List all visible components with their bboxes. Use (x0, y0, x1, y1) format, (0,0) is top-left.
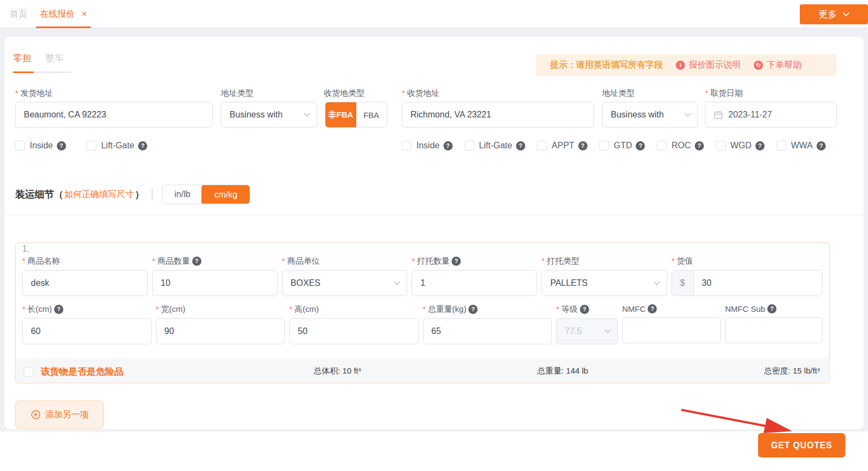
checkbox[interactable] (599, 141, 609, 151)
field-label: 总重量(kg) (423, 304, 467, 315)
help-icon[interactable]: ? (54, 305, 63, 314)
help-icon[interactable]: ? (695, 141, 704, 151)
height-input[interactable] (289, 318, 419, 344)
tab-online-quote[interactable]: 在线报价 × (38, 0, 89, 28)
service-inside[interactable]: Inside ? (15, 141, 66, 151)
service-label: GTD (614, 141, 632, 151)
width-input[interactable] (156, 318, 285, 344)
nmfc-sub-input[interactable] (725, 317, 823, 343)
value-input[interactable] (694, 271, 822, 296)
service-label: WWA (791, 141, 813, 151)
service-gtd[interactable]: GTD ? (599, 141, 645, 151)
service-label: ROC (671, 141, 691, 151)
checkbox[interactable] (402, 141, 412, 151)
calendar-icon (714, 110, 723, 120)
delivery-addr-type-select[interactable]: Business with (602, 102, 698, 128)
mode-tabs-underline (13, 71, 71, 73)
help-icon[interactable]: ? (636, 141, 645, 151)
order-help-icon: ↻ (754, 61, 763, 70)
vertical-divider (152, 188, 153, 200)
pallet-count-input[interactable] (412, 270, 537, 296)
pallet-type-select[interactable]: PALLETS (541, 270, 667, 296)
field-label: 商品单位 (282, 256, 320, 266)
help-icon[interactable]: ? (192, 257, 201, 266)
checkbox[interactable] (776, 141, 786, 151)
pallet-type-value: PALLETS (550, 278, 588, 288)
help-icon[interactable]: ? (468, 305, 478, 314)
checkbox[interactable] (537, 141, 547, 151)
quote-guide-label: 报价图示说明 (689, 60, 741, 71)
help-icon[interactable]: ? (452, 257, 461, 266)
help-icon[interactable]: ? (443, 141, 453, 151)
help-icon[interactable]: ? (138, 141, 147, 151)
checkbox[interactable] (716, 141, 726, 151)
class-select[interactable]: 77.5 (556, 318, 618, 344)
quote-guide-link[interactable]: i 报价图示说明 (676, 60, 741, 71)
pickup-addr-type-select[interactable]: Business with (221, 102, 317, 128)
help-icon[interactable]: ? (755, 141, 765, 151)
field-label: 商品数量 (152, 256, 190, 266)
service-appt[interactable]: APPT ? (537, 141, 588, 151)
checkbox[interactable] (15, 141, 25, 151)
get-quotes-button[interactable]: GET QUOTES (758, 433, 845, 457)
field-pallet-type: 打托类型 PALLETS (541, 256, 667, 296)
field-weight: 总重量(kg)? (423, 304, 552, 344)
pickup-address-input[interactable] (15, 102, 213, 128)
help-icon[interactable]: ? (57, 141, 66, 151)
delivery-address-input[interactable] (402, 102, 594, 128)
add-item-button[interactable]: 添加另一项 (15, 401, 104, 429)
service-label: Lift-Gate (479, 141, 512, 151)
product-name-input[interactable] (22, 270, 148, 296)
checkbox[interactable] (24, 367, 34, 377)
fba-option[interactable]: FBA (356, 102, 387, 127)
close-icon[interactable]: × (82, 10, 87, 18)
item-row-1: 商品名称 商品数量? 商品单位 BOXES 打托数量? 打托类型 (22, 256, 823, 296)
service-wwa[interactable]: WWA ? (776, 141, 826, 151)
tab-home[interactable]: 首页 (10, 0, 27, 28)
item-row-2: 长(cm)? 宽(cm) 高(cm) 总重量(kg)? 等级? 77.5 (22, 304, 823, 344)
order-help-link[interactable]: ↻ 下单帮助 (754, 60, 801, 71)
pickup-date-label: 取货日期 (705, 88, 743, 99)
unit-select[interactable]: BOXES (282, 270, 408, 296)
more-button[interactable]: 更多 (800, 4, 868, 24)
help-icon[interactable]: ? (516, 141, 525, 151)
help-icon[interactable]: ? (648, 304, 657, 313)
pickup-services: Inside ? Lift-Gate ? (15, 141, 147, 151)
checkbox[interactable] (465, 141, 474, 151)
service-lift-gate[interactable]: Lift-Gate ? (465, 141, 525, 151)
service-inside[interactable]: Inside ? (402, 141, 453, 151)
service-lift-gate[interactable]: Lift-Gate ? (87, 141, 147, 151)
length-input[interactable] (22, 318, 152, 344)
checkbox[interactable] (657, 141, 667, 151)
unit-inlb-option[interactable]: in/lb (163, 185, 202, 204)
non-fba-option[interactable]: 非FBA (325, 102, 356, 127)
more-button-label: 更多 (819, 8, 837, 21)
tip-text: 提示：请用英语填写所有字段 (550, 60, 663, 71)
help-icon[interactable]: ? (767, 304, 776, 313)
help-icon[interactable]: ? (580, 305, 589, 314)
size-guide-link[interactable]: 如何正确填写尺寸 (64, 189, 134, 200)
hazard-checkbox-row[interactable]: 该货物是否是危险品 (24, 365, 123, 378)
help-icon[interactable]: ? (817, 141, 826, 151)
checkbox[interactable] (87, 141, 96, 151)
unit-cmkg-option[interactable]: cm/kg (201, 185, 250, 204)
tab-ltl[interactable]: 零担 (13, 52, 31, 64)
weight-input[interactable] (423, 318, 552, 344)
field-nmfc: NMFC? (622, 304, 721, 344)
hazard-label: 该货物是否是危险品 (41, 365, 123, 378)
nmfc-input[interactable] (622, 317, 721, 343)
pickup-date-value: 2023-11-27 (728, 110, 772, 120)
footer-bar: GET QUOTES (0, 431, 868, 471)
section-divider (4, 215, 864, 215)
item-summary-bar: 该货物是否是危险品 总体积: 10 ft³ 总重量: 144 lb 总密度: 1… (16, 358, 828, 382)
mode-tabs: 零担 整车 (13, 52, 71, 73)
tab-ftl[interactable]: 整车 (45, 52, 64, 64)
delivery-services: Inside ? Lift-Gate ? APPT ? GTD ? ROC ? … (402, 141, 826, 151)
help-icon[interactable]: ? (578, 141, 588, 151)
service-roc[interactable]: ROC ? (657, 141, 704, 151)
quantity-input[interactable] (152, 270, 278, 296)
pickup-date-field[interactable]: 2023-11-27 (705, 102, 837, 128)
chevron-down-icon (604, 329, 611, 333)
total-volume: 总体积: 10 ft³ (314, 366, 361, 376)
service-wgd[interactable]: WGD ? (716, 141, 765, 151)
